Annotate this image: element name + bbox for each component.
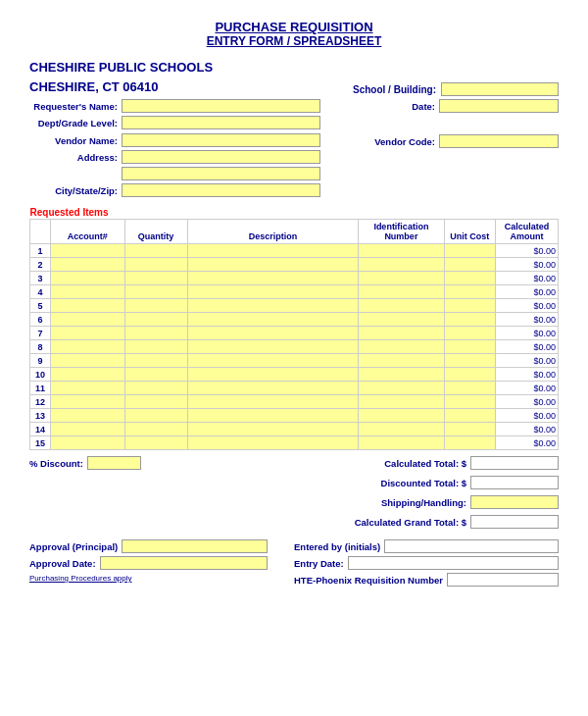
quantity-cell[interactable] [124,423,187,436]
account-cell[interactable] [50,409,124,423]
quantity-cell[interactable] [124,395,187,409]
description-cell[interactable] [187,409,359,423]
unit-cost-cell[interactable] [444,299,495,313]
id-number-cell[interactable] [359,313,444,327]
unit-cost-cell[interactable] [444,409,495,423]
disc-total-input[interactable] [470,476,559,489]
quantity-cell[interactable] [124,409,187,423]
id-number-cell[interactable] [359,436,444,450]
unit-cost-cell[interactable] [444,395,495,409]
dept-input[interactable] [122,116,320,129]
quantity-cell[interactable] [124,368,187,382]
disc-total-row: Discounted Total: $ [381,476,559,489]
amount-cell: $0.00 [495,285,558,299]
unit-cost-cell[interactable] [444,382,495,395]
page-title: PURCHASE REQUISITION ENTRY FORM / SPREAD… [29,20,559,48]
account-cell[interactable] [50,285,124,299]
id-number-cell[interactable] [359,423,444,436]
table-row: 13 $0.00 [30,409,559,423]
account-cell[interactable] [50,395,124,409]
account-cell[interactable] [50,423,124,436]
th-description: Description [187,220,359,244]
account-cell[interactable] [50,327,124,340]
description-cell[interactable] [187,395,359,409]
description-cell[interactable] [187,313,359,327]
approval-date-input[interactable] [100,556,268,570]
description-cell[interactable] [187,272,359,285]
id-number-cell[interactable] [359,340,444,354]
description-cell[interactable] [187,299,359,313]
description-cell[interactable] [187,258,359,272]
quantity-cell[interactable] [124,244,187,258]
quantity-cell[interactable] [124,340,187,354]
account-cell[interactable] [50,258,124,272]
unit-cost-cell[interactable] [444,272,495,285]
quantity-cell[interactable] [124,354,187,368]
account-cell[interactable] [50,354,124,368]
hte-input[interactable] [447,573,559,587]
description-cell[interactable] [187,340,359,354]
id-number-cell[interactable] [359,244,444,258]
requester-input[interactable] [122,99,320,113]
unit-cost-cell[interactable] [444,368,495,382]
account-cell[interactable] [50,368,124,382]
city-input[interactable] [122,183,320,197]
account-cell[interactable] [50,299,124,313]
unit-cost-cell[interactable] [444,327,495,340]
account-cell[interactable] [50,382,124,395]
description-cell[interactable] [187,244,359,258]
unit-cost-cell[interactable] [444,423,495,436]
account-cell[interactable] [50,340,124,354]
id-number-cell[interactable] [359,409,444,423]
entered-by-input[interactable] [384,539,559,553]
account-cell[interactable] [50,244,124,258]
vendor-code-input[interactable] [439,134,559,148]
id-number-cell[interactable] [359,382,444,395]
quantity-cell[interactable] [124,272,187,285]
quantity-cell[interactable] [124,327,187,340]
grand-total-input[interactable] [470,515,559,529]
account-cell[interactable] [50,272,124,285]
description-cell[interactable] [187,354,359,368]
description-cell[interactable] [187,423,359,436]
disc-total-label: Discounted Total: $ [381,478,466,488]
description-cell[interactable] [187,327,359,340]
unit-cost-cell[interactable] [444,313,495,327]
shipping-input[interactable] [470,495,559,509]
id-number-cell[interactable] [359,368,444,382]
quantity-cell[interactable] [124,313,187,327]
quantity-cell[interactable] [124,436,187,450]
quantity-cell[interactable] [124,382,187,395]
unit-cost-cell[interactable] [444,340,495,354]
account-cell[interactable] [50,436,124,450]
unit-cost-cell[interactable] [444,285,495,299]
id-number-cell[interactable] [359,395,444,409]
address-input1[interactable] [122,150,320,164]
description-cell[interactable] [187,382,359,395]
id-number-cell[interactable] [359,258,444,272]
unit-cost-cell[interactable] [444,244,495,258]
id-number-cell[interactable] [359,285,444,299]
entry-date-input[interactable] [348,556,559,570]
discount-input[interactable] [87,456,141,470]
id-number-cell[interactable] [359,354,444,368]
description-cell[interactable] [187,285,359,299]
quantity-cell[interactable] [124,299,187,313]
building-input[interactable] [441,82,559,96]
quantity-cell[interactable] [124,285,187,299]
unit-cost-cell[interactable] [444,436,495,450]
address-input2[interactable] [122,167,320,180]
id-number-cell[interactable] [359,272,444,285]
calc-total-input[interactable] [470,456,559,470]
approval-input[interactable] [122,539,268,553]
description-cell[interactable] [187,436,359,450]
quantity-cell[interactable] [124,258,187,272]
unit-cost-cell[interactable] [444,354,495,368]
id-number-cell[interactable] [359,299,444,313]
id-number-cell[interactable] [359,327,444,340]
unit-cost-cell[interactable] [444,258,495,272]
account-cell[interactable] [50,313,124,327]
description-cell[interactable] [187,368,359,382]
vendor-name-input[interactable] [122,133,320,147]
date-input[interactable] [439,99,559,113]
